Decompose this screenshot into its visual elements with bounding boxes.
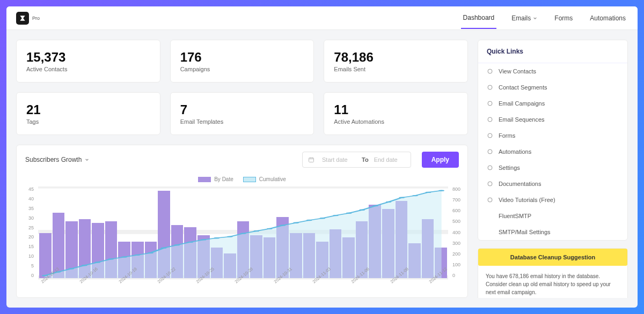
quick-link-label: Video Tutorials (Free): [499, 197, 555, 203]
stats-row-1: 15,373 Active Contacts 176 Campaigns 78,…: [16, 40, 468, 83]
stat-value: 21: [26, 102, 150, 117]
svg-point-40: [426, 192, 431, 193]
cleanup-panel: Database Cleanup Suggestion You have 678…: [478, 248, 628, 298]
quick-links-title: Quick Links: [478, 40, 627, 63]
quick-link-item[interactable]: Forms: [478, 128, 627, 144]
quick-link-label: Email Campaigns: [499, 100, 545, 107]
quick-link-item[interactable]: Automations: [478, 144, 627, 160]
quick-link-label: Automations: [499, 148, 531, 155]
svg-point-28: [267, 228, 273, 229]
stat-label: Active Contacts: [26, 66, 150, 72]
svg-point-23: [201, 239, 207, 240]
svg-point-29: [280, 225, 286, 226]
chevron-down-icon: [533, 16, 537, 20]
app-logo: [16, 12, 29, 25]
stat-label: Emails Sent: [334, 66, 458, 72]
cleanup-body: You have 678,186 email history in the da…: [478, 266, 627, 298]
quick-link-label: View Contacts: [499, 68, 536, 74]
app-window: Pro Dashboard Emails Forms Automations 1…: [6, 6, 638, 308]
quick-link-item[interactable]: SMTP/Mail Settings: [478, 224, 627, 240]
svg-point-20: [161, 248, 167, 249]
svg-point-34: [346, 213, 352, 214]
chart-legend: By Date Cumulative: [17, 174, 467, 184]
chart-header: Subscribers Growth To Apply: [17, 145, 467, 174]
stat-label: Tags: [26, 118, 150, 125]
svg-point-17: [121, 256, 127, 257]
svg-point-15: [95, 261, 101, 263]
svg-point-47: [488, 149, 492, 154]
chart-body: 454035302520151050 800700600500400300200…: [17, 184, 467, 297]
video-icon: [487, 197, 493, 203]
svg-point-45: [488, 117, 492, 122]
stat-campaigns[interactable]: 176 Campaigns: [170, 40, 314, 83]
nav-automations[interactable]: Automations: [588, 8, 628, 28]
stat-label: Email Templates: [180, 118, 304, 125]
quick-link-label: Documentations: [499, 181, 541, 187]
svg-point-41: [438, 190, 444, 191]
date-range-picker: To: [302, 152, 411, 168]
quick-link-item[interactable]: Email Sequences: [478, 111, 627, 128]
svg-point-37: [386, 201, 392, 203]
quick-link-item[interactable]: Documentations: [478, 176, 627, 192]
nav-forms[interactable]: Forms: [552, 8, 575, 28]
quick-link-item[interactable]: View Contacts: [478, 63, 627, 79]
quick-links-list: View ContactsContact SegmentsEmail Campa…: [478, 63, 627, 240]
quick-link-item[interactable]: Settings: [478, 160, 627, 176]
quick-link-label: FluentSMTP: [499, 213, 531, 219]
svg-rect-0: [309, 158, 314, 162]
stat-label: Active Automations: [334, 118, 458, 125]
svg-point-42: [488, 69, 492, 73]
svg-point-31: [306, 220, 312, 221]
chart-type-dropdown[interactable]: Subscribers Growth: [25, 156, 89, 163]
svg-point-46: [488, 133, 492, 138]
quick-link-label: Email Sequences: [499, 116, 545, 123]
quick-link-item[interactable]: Email Campaigns: [478, 95, 627, 111]
svg-point-38: [399, 197, 405, 198]
doc-icon: [487, 181, 493, 187]
clock-icon: [487, 116, 493, 123]
plot-area: [38, 186, 448, 278]
pro-badge: Pro: [32, 16, 40, 21]
x-axis: 2024-10-132024-10-162024-10-192024-10-22…: [38, 278, 448, 297]
svg-point-30: [293, 222, 299, 223]
legend-by-date[interactable]: By Date: [198, 176, 233, 182]
nav-dashboard[interactable]: Dashboard: [461, 8, 497, 29]
stat-tags[interactable]: 21 Tags: [16, 92, 160, 135]
start-date-input[interactable]: [320, 153, 358, 166]
quick-link-item[interactable]: FluentSMTP: [478, 208, 627, 224]
svg-point-32: [320, 218, 326, 219]
top-bar: Pro Dashboard Emails Forms Automations: [6, 6, 638, 30]
stats-row-2: 21 Tags 7 Email Templates 11 Active Auto…: [16, 92, 468, 135]
stat-email-templates[interactable]: 7 Email Templates: [170, 92, 314, 135]
main-nav: Dashboard Emails Forms Automations: [461, 8, 628, 29]
svg-point-50: [488, 198, 492, 202]
svg-point-44: [488, 101, 492, 106]
stat-active-automations[interactable]: 11 Active Automations: [324, 92, 468, 135]
cleanup-title: Database Cleanup Suggestion: [478, 249, 627, 266]
date-to-label: To: [358, 156, 372, 163]
svg-point-13: [68, 268, 74, 269]
quick-link-item[interactable]: Contact Segments: [478, 79, 627, 95]
content-area: 15,373 Active Contacts 176 Campaigns 78,…: [6, 30, 638, 308]
end-date-input[interactable]: [372, 153, 411, 166]
legend-cumulative[interactable]: Cumulative: [243, 176, 286, 182]
svg-point-49: [488, 182, 492, 186]
quick-link-label: SMTP/Mail Settings: [499, 229, 551, 235]
side-column: Quick Links View ContactsContact Segment…: [478, 40, 628, 298]
quick-link-item[interactable]: Video Tutorials (Free): [478, 192, 627, 208]
stat-value: 7: [180, 102, 304, 117]
stat-active-contacts[interactable]: 15,373 Active Contacts: [16, 40, 160, 83]
svg-point-21: [174, 244, 180, 245]
svg-point-22: [187, 242, 193, 243]
apply-button[interactable]: Apply: [422, 152, 459, 168]
file-icon: [487, 132, 493, 139]
stat-emails-sent[interactable]: 78,186 Emails Sent: [324, 40, 468, 83]
svg-point-25: [227, 236, 233, 237]
stat-value: 176: [180, 50, 304, 65]
gear-icon: [487, 165, 493, 171]
svg-point-24: [214, 237, 219, 238]
nav-emails[interactable]: Emails: [509, 8, 539, 28]
y-axis-left: 454035302520151050: [17, 186, 36, 278]
svg-point-39: [412, 195, 418, 196]
quick-link-label: Contact Segments: [499, 84, 547, 91]
